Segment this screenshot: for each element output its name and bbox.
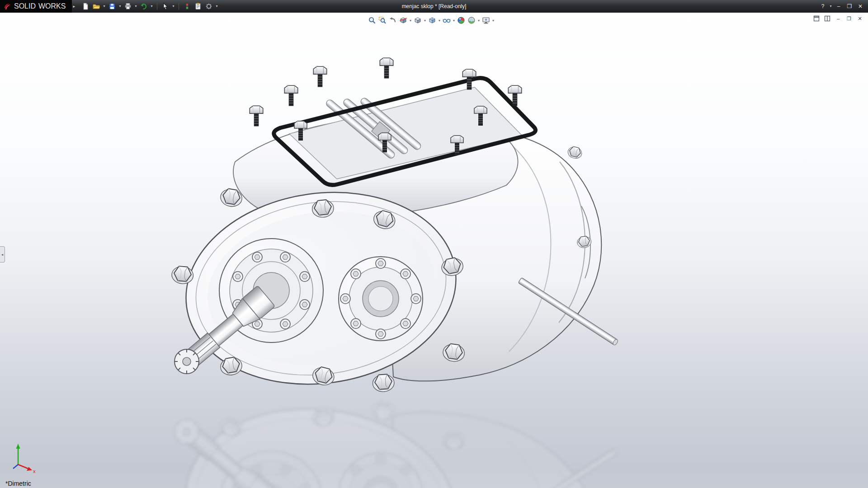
zoom-to-area-button[interactable] xyxy=(377,15,387,25)
select-dropdown-caret[interactable]: ▾ xyxy=(171,1,175,11)
menu-expand-arrow[interactable]: ▸ xyxy=(73,4,75,9)
apply-scene-icon xyxy=(467,16,476,24)
rebuild-button[interactable] xyxy=(182,1,192,11)
display-style-button[interactable] xyxy=(427,15,437,25)
new-document-button[interactable] xyxy=(80,1,90,11)
help-dropdown-caret[interactable]: ▾ xyxy=(829,1,833,11)
print-button[interactable] xyxy=(123,1,133,11)
panel-arrow-icon: ◂ xyxy=(1,253,3,257)
view-settings-button[interactable] xyxy=(481,15,491,25)
view-settings-caret[interactable]: ▾ xyxy=(491,19,495,23)
rebuild-traffic-light-icon xyxy=(184,3,191,10)
heads-up-view-toolbar: ▾ ▾ ▾ ▾ xyxy=(364,14,498,26)
undo-dropdown-caret[interactable]: ▾ xyxy=(150,1,154,11)
undo-icon xyxy=(140,3,147,10)
solidworks-brand: SOLIDWORKS xyxy=(0,0,72,13)
save-button[interactable] xyxy=(107,1,117,11)
options-dropdown-caret[interactable]: ▾ xyxy=(215,1,219,11)
view-orientation-button[interactable] xyxy=(413,15,423,25)
print-icon xyxy=(124,3,132,10)
feature-panel-collapse-tab[interactable]: ◂ xyxy=(0,246,5,263)
zoom-to-fit-button[interactable] xyxy=(367,15,377,25)
secondary-bearing-boss[interactable] xyxy=(339,257,423,341)
graphics-area[interactable]: ▾ ▾ ▾ ▾ xyxy=(0,13,868,488)
hide-show-items-caret[interactable]: ▾ xyxy=(452,19,456,23)
mdi-close-button[interactable]: ✕ xyxy=(855,14,864,23)
mdi-restore-button[interactable]: ❐ xyxy=(844,14,854,23)
zoom-to-fit-icon xyxy=(368,16,376,24)
save-dropdown-caret[interactable]: ▾ xyxy=(118,1,122,11)
model-reflection xyxy=(171,392,618,488)
document-window-button[interactable] xyxy=(812,14,821,23)
view-orientation-caret[interactable]: ▾ xyxy=(423,19,427,23)
brand-text-light: WORKS xyxy=(38,2,66,10)
view-orientation-label: *Dimetric xyxy=(5,480,31,487)
previous-view-icon xyxy=(389,16,397,24)
new-document-icon xyxy=(82,3,89,10)
undo-button[interactable] xyxy=(139,1,149,11)
quick-access-toolbar: ▾ ▾ ▾ ▾ xyxy=(78,1,219,11)
help-button[interactable]: ? xyxy=(818,2,828,11)
toolbar-separator xyxy=(157,3,157,10)
zoom-to-area-icon xyxy=(378,16,387,24)
save-icon xyxy=(108,3,116,10)
solidworks-logo-icon xyxy=(4,3,11,10)
split-window-icon xyxy=(824,15,830,22)
open-icon xyxy=(93,3,100,10)
document-window-icon xyxy=(813,15,820,22)
toolbar-separator xyxy=(179,3,179,10)
minimize-button[interactable]: – xyxy=(834,2,844,11)
apply-scene-button[interactable] xyxy=(467,15,476,25)
edit-appearance-button[interactable] xyxy=(456,15,466,25)
gearbox-model[interactable] xyxy=(171,58,618,401)
file-properties-icon xyxy=(194,3,202,10)
apply-scene-caret[interactable]: ▾ xyxy=(477,19,481,23)
document-window-controls: – ❐ ✕ xyxy=(812,14,864,23)
edit-appearance-ball-icon xyxy=(457,16,465,24)
previous-view-button[interactable] xyxy=(388,15,398,25)
window-controls: ? ▾ – ❐ ✕ xyxy=(818,1,868,11)
orientation-triad[interactable]: x xyxy=(13,444,36,474)
file-properties-button[interactable] xyxy=(193,1,203,11)
section-view-icon xyxy=(399,16,407,24)
section-view-button[interactable] xyxy=(398,15,408,25)
hide-show-items-glasses-icon xyxy=(443,16,451,24)
print-dropdown-caret[interactable]: ▾ xyxy=(134,1,138,11)
section-view-caret[interactable]: ▾ xyxy=(409,19,412,23)
view-settings-icon xyxy=(482,16,490,24)
options-gear-icon xyxy=(205,3,212,10)
mdi-minimize-button[interactable]: – xyxy=(834,14,843,23)
select-button[interactable] xyxy=(160,1,170,11)
title-bar: SOLIDWORKS ▸ menjac sklop * [Read-only] … xyxy=(0,0,868,13)
open-button[interactable] xyxy=(91,1,101,11)
hide-show-items-button[interactable] xyxy=(442,15,452,25)
view-orientation-cube-icon xyxy=(414,16,422,24)
restore-button[interactable]: ❐ xyxy=(844,2,854,11)
options-button[interactable] xyxy=(204,1,214,11)
brand-text-bold: SOLID xyxy=(14,2,36,10)
model-canvas[interactable]: x xyxy=(0,13,868,488)
display-style-caret[interactable]: ▾ xyxy=(438,19,441,23)
triad-x-label: x xyxy=(33,469,36,474)
split-window-button[interactable] xyxy=(823,14,832,23)
display-style-icon xyxy=(428,16,436,24)
close-button[interactable]: ✕ xyxy=(855,2,865,11)
open-dropdown-caret[interactable]: ▾ xyxy=(102,1,106,11)
select-arrow-icon xyxy=(162,3,169,10)
